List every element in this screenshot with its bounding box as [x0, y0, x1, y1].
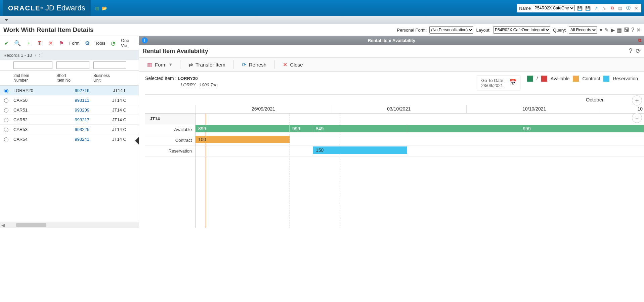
cell-2nd-item: CAR51: [11, 107, 54, 113]
available-seg-1[interactable]: 999: [290, 125, 313, 132]
search-icon[interactable]: 🔍: [14, 40, 21, 46]
cell-short-item[interactable]: 993209: [54, 107, 91, 113]
ok-icon[interactable]: ✔: [3, 40, 9, 46]
name-select[interactable]: P54R02X CafeOne: [533, 5, 575, 11]
available-seg-0[interactable]: 899: [196, 125, 290, 132]
form-menu-label[interactable]: Form: [69, 41, 79, 46]
sub-help-icon[interactable]: ?: [629, 47, 632, 55]
zoom-in-button[interactable]: ＋: [632, 95, 642, 105]
help-icon[interactable]: ?: [631, 27, 634, 33]
left-pane: ✔ 🔍 ＋ 🗑 ✕ ⚑ Form ⚙ Tools ◔ One Vie Recor…: [0, 36, 139, 228]
selected-desc: LORRY - 1000 Ton: [181, 82, 217, 87]
frame-title: Rental Item Availability: [139, 38, 644, 43]
row-radio[interactable]: [4, 137, 8, 141]
breadcrumb-dropdown-icon[interactable]: [5, 19, 8, 21]
new-page-icon[interactable]: ▥: [94, 5, 100, 11]
table-row[interactable]: CAR51993209JT14 C: [0, 105, 139, 115]
close-page-icon[interactable]: ✕: [636, 27, 641, 33]
selected-label: Selected Item :: [145, 76, 176, 81]
oneview-label[interactable]: One Vie: [121, 38, 135, 48]
contract-seg-0[interactable]: 100: [196, 136, 290, 143]
bars-area[interactable]: 899 999 849 999 100 150: [196, 114, 644, 228]
bar-row-contract: 100: [196, 135, 644, 146]
col-header-short-item[interactable]: Short Item No: [54, 72, 91, 84]
filter-icon[interactable]: ▾: [600, 27, 602, 33]
query-icons: ▾ ✎ ▶ ▦ 🖫 ? ✕: [600, 27, 641, 33]
cell-short-item[interactable]: 993241: [54, 137, 91, 141]
row-radio[interactable]: [4, 89, 8, 93]
table-row[interactable]: CAR52993217JT14 C: [0, 115, 139, 125]
grid-format-icon[interactable]: ▦: [617, 27, 622, 33]
notes-icon[interactable]: ▤: [617, 5, 623, 11]
open-folder-icon[interactable]: 📂: [101, 5, 108, 11]
filter-2nd-item[interactable]: [13, 61, 52, 69]
add-icon[interactable]: ＋: [26, 40, 32, 46]
available-seg-2[interactable]: 849: [313, 125, 407, 132]
delete-icon[interactable]: 🗑: [37, 40, 43, 46]
cell-short-item[interactable]: 993217: [54, 117, 91, 122]
row-radio[interactable]: [4, 118, 8, 122]
tools-menu-label[interactable]: Tools: [95, 41, 105, 46]
table-row[interactable]: CAR53993225JT14 C: [0, 125, 139, 134]
next-page-icon[interactable]: ›: [35, 52, 36, 58]
row-radio[interactable]: [4, 98, 8, 103]
tools-gear-icon[interactable]: ⚙: [84, 40, 90, 46]
run-query-icon[interactable]: ▶: [611, 27, 615, 33]
oneview-icon[interactable]: ◔: [110, 40, 116, 46]
goto-date-box[interactable]: Go To Date 23/09/2021 📅: [477, 76, 520, 90]
row-label-contract: Contract: [145, 135, 195, 146]
grid-filter-row: [0, 60, 139, 71]
records-bar: Records 1 - 10 › ›|: [0, 50, 139, 60]
top-right-controls: Name P54R02X CafeOne 💾 💾 ↗ ↘ ⧉ ▤ ⓘ ✕: [517, 4, 641, 12]
close-button[interactable]: ✕ Close: [280, 60, 306, 69]
filter-business-unit[interactable]: [93, 61, 126, 69]
cell-short-item[interactable]: 993225: [54, 127, 91, 132]
export-icon[interactable]: ↗: [593, 5, 599, 11]
delete-layout-icon[interactable]: ⧉: [609, 5, 615, 11]
layout-select[interactable]: P54R02X CafeOne Integration: [493, 26, 550, 34]
edit-query-icon[interactable]: ✎: [604, 27, 609, 33]
query-select[interactable]: All Records: [569, 26, 597, 34]
save-icon[interactable]: 💾: [577, 5, 583, 11]
save-as-icon[interactable]: 💾: [585, 5, 591, 11]
cell-bu: JT14 C: [91, 137, 128, 141]
top-left-icons: ▥ 📂: [94, 5, 108, 11]
gantt-dates: 26/09/2021 03/10/2021 10/10/2021 10: [196, 105, 644, 113]
close-icon[interactable]: ✕: [47, 40, 53, 46]
left-pane-h-scroll[interactable]: ◀: [0, 222, 139, 228]
cell-bu: JT14 L: [91, 88, 128, 93]
legend-green-swatch: [527, 76, 533, 82]
close-app-icon[interactable]: ✕: [633, 5, 639, 11]
import-icon[interactable]: ↘: [601, 5, 607, 11]
cell-short-item[interactable]: 993111: [54, 98, 91, 103]
personal-form-select[interactable]: (No Personalization): [429, 26, 473, 34]
cell-short-item[interactable]: 992716: [54, 88, 91, 93]
bar-row-reservation: 150: [196, 146, 644, 157]
available-seg-3[interactable]: 999: [407, 125, 644, 132]
col-header-2nd-item[interactable]: 2nd Item Number: [11, 72, 54, 84]
bu-row-label: JT14: [145, 114, 195, 124]
transfer-button[interactable]: ⇄ Transfer Item: [185, 60, 229, 69]
table-row[interactable]: CAR50993111JT14 C: [0, 95, 139, 105]
reservation-seg-0[interactable]: 150: [313, 146, 407, 154]
info-icon[interactable]: ⓘ: [625, 5, 631, 11]
sub-refresh-icon[interactable]: ⟳: [636, 47, 641, 55]
app-top-bar: ORACLE ® JD Edwards ▥ 📂 Name P54R02X Caf…: [0, 0, 644, 16]
row-radio[interactable]: [4, 128, 8, 132]
date-col-0: 26/09/2021: [196, 105, 331, 113]
calendar-icon[interactable]: 📅: [509, 79, 517, 86]
table-row[interactable]: LORRY20992716JT14 L: [0, 86, 139, 95]
last-page-icon[interactable]: ›|: [39, 52, 42, 58]
col-header-business-unit[interactable]: Business Unit: [91, 72, 128, 84]
form-flag-icon[interactable]: ⚑: [58, 40, 65, 46]
info-badge-icon[interactable]: i: [142, 37, 148, 43]
gantt-area: October 26/09/2021 03/10/2021 10/10/2021…: [145, 94, 644, 228]
filter-short-item[interactable]: [56, 61, 89, 69]
form-menu-button[interactable]: ▥ Form ▾: [144, 60, 175, 69]
table-row[interactable]: CAR54993241JT14 C: [0, 134, 139, 141]
refresh-button[interactable]: ⟳ Refresh: [239, 60, 270, 69]
save-query-icon[interactable]: 🖫: [624, 27, 629, 33]
right-toolbar: ▥ Form ▾ ⇄ Transfer Item ⟳ Refresh ✕ Clo…: [139, 57, 644, 72]
row-radio[interactable]: [4, 108, 8, 113]
frame-close-icon[interactable]: ⧉: [638, 38, 641, 43]
